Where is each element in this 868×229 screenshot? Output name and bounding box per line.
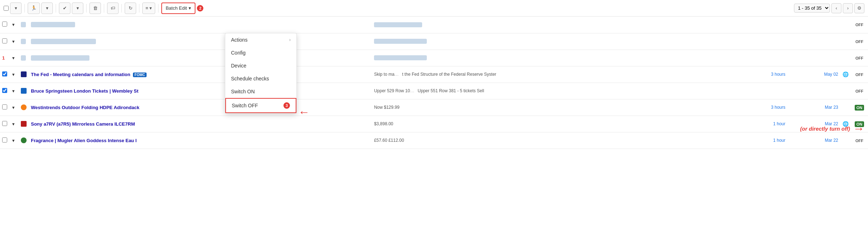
batch-edit-badge: 2 (197, 5, 203, 11)
table-row: ▾ Sony a7RV (a7R5) Mirrorless Camera ILC… (0, 116, 868, 132)
blurred-desc (374, 39, 427, 44)
settings-btn[interactable]: ⚙ (854, 3, 864, 13)
row-title-link[interactable]: Fragrance | Mugler Alien Goddess Intense… (31, 138, 137, 143)
row-title-link[interactable]: The Fed - Meeting calendars and informat… (31, 72, 130, 77)
arrow-cell[interactable]: ▾ (10, 33, 19, 50)
favicon-cell (19, 116, 29, 132)
status-label: OFF (855, 56, 863, 60)
title-cell[interactable]: Fragrance | Mugler Alien Goddess Intense… (29, 132, 372, 149)
checkbox-cell[interactable] (0, 33, 10, 50)
title-cell[interactable]: The Fed - Meeting calendars and informat… (29, 66, 372, 83)
menu-btn[interactable]: ≡ ▾ (142, 3, 155, 14)
row-title-link[interactable]: Sony a7RV (a7R5) Mirrorless Camera ILCE7… (31, 121, 135, 127)
arrow-cell[interactable]: ▾ (10, 116, 19, 132)
status-cell[interactable]: ON (851, 99, 868, 116)
title-cell[interactable]: Westintrends Outdoor Folding HDPE Adiron… (29, 99, 372, 116)
date-cell: Mar 23 (788, 99, 840, 116)
favicon-image (21, 104, 27, 110)
checkbox-cell[interactable]: 1 (0, 50, 10, 66)
dropdown-item-schedule-checks[interactable]: Schedule checks (225, 72, 296, 85)
checkbox-cell[interactable] (0, 116, 10, 132)
dropdown-arrow-icon: ▾ (189, 5, 191, 11)
refresh-btn[interactable]: ↻ (125, 3, 136, 14)
status-label: ON (855, 105, 864, 111)
status-cell[interactable]: ON (851, 116, 868, 132)
arrow-cell[interactable]: ▾ (10, 66, 19, 83)
checkbox-cell[interactable] (0, 99, 10, 116)
fomc-badge: FOMC (133, 73, 146, 77)
separator-3 (86, 4, 87, 13)
check-btn[interactable]: ✔ (59, 3, 70, 14)
dropdown-item-switch-on[interactable]: Switch ON (225, 85, 296, 98)
favicon-cell (19, 83, 29, 99)
status-cell[interactable]: OFF (851, 83, 868, 99)
expand-icon: ▾ (12, 138, 15, 143)
icon-cell (840, 83, 851, 99)
row-checkbox[interactable] (2, 88, 7, 93)
arrow-cell[interactable]: ▾ (10, 132, 19, 149)
next-page-btn[interactable]: › (843, 3, 853, 13)
status-cell[interactable]: OFF (851, 17, 868, 33)
blurred-desc (374, 22, 422, 27)
dropdown-item-config[interactable]: Config (225, 46, 296, 59)
checkbox-cell[interactable] (0, 132, 10, 149)
chevron-right-icon: › (289, 37, 291, 42)
checkbox-cell[interactable] (0, 17, 10, 33)
row-title-link[interactable]: Bruce Springsteen London Tickets | Wembl… (31, 88, 138, 94)
time-value: 3 hours (771, 72, 785, 77)
desc-cell: Now $129.99 (372, 99, 734, 116)
row-title-link[interactable]: Westintrends Outdoor Folding HDPE Adiron… (31, 105, 139, 110)
delete-btn[interactable]: 🗑 (89, 3, 101, 14)
desc-cell (372, 50, 734, 66)
check-dropdown-btn[interactable]: ▾ (72, 3, 83, 14)
title-cell[interactable]: Bruce Springsteen London Tickets | Wembl… (29, 83, 372, 99)
expand-icon: ▾ (12, 121, 15, 127)
row-checkbox[interactable] (2, 121, 7, 126)
icon-cell (840, 99, 851, 116)
dropdown-item-actions[interactable]: Actions › (225, 33, 296, 46)
arrow-cell[interactable]: ▾ (10, 50, 19, 66)
row-checkbox[interactable] (2, 71, 7, 76)
switch-off-label: Switch OFF (232, 103, 258, 108)
desc-text: $3,898.00 (374, 121, 393, 126)
date-value: May 02 (824, 72, 838, 77)
row-checkbox[interactable] (2, 38, 7, 43)
favicon-cell (19, 99, 29, 116)
separator-2 (56, 4, 56, 13)
desc-text: Now $129.99 (374, 105, 400, 110)
row-checkbox[interactable] (2, 22, 7, 27)
arrow-cell[interactable]: ▾ (10, 83, 19, 99)
config-label: Config (231, 50, 245, 56)
page-select[interactable]: 1 - 35 of 35 (794, 4, 830, 13)
desc-extra: t the Fed Structure of the Federal Reser… (402, 72, 496, 77)
prev-page-btn[interactable]: ‹ (831, 3, 841, 13)
status-cell[interactable]: OFF (851, 33, 868, 50)
checkbox-cell[interactable] (0, 66, 10, 83)
dropdown-item-switch-off[interactable]: Switch OFF 3 (225, 98, 296, 113)
dropdown-item-device[interactable]: Device (225, 59, 296, 72)
desc-cell: $3,898.00 (372, 116, 734, 132)
device-label: Device (231, 63, 246, 69)
desc-cell: Upper 529 Row 10… Upper 551 Row 381 - 5 … (372, 83, 734, 99)
separator-1 (24, 4, 25, 13)
tag-btn[interactable]: 🏷 (107, 3, 119, 14)
run-btn[interactable]: 🏃 (28, 3, 40, 14)
arrow-cell[interactable]: ▾ (10, 17, 19, 33)
status-cell[interactable]: OFF (851, 132, 868, 149)
row-checkbox[interactable] (2, 104, 7, 109)
table-row: ▾ OFF (0, 33, 868, 50)
checkbox-cell[interactable] (0, 83, 10, 99)
status-cell[interactable]: OFF (851, 50, 868, 66)
favicon-cell (19, 50, 29, 66)
status-cell[interactable]: OFF (851, 66, 868, 83)
batch-edit-button[interactable]: Batch Edit ▾ (161, 3, 195, 14)
favicon-image (21, 71, 27, 77)
title-cell[interactable]: Sony a7RV (a7R5) Mirrorless Camera ILCE7… (29, 116, 372, 132)
time-cell: 3 hours (734, 99, 788, 116)
row-checkbox[interactable] (2, 137, 7, 142)
arrow-cell[interactable]: ▾ (10, 99, 19, 116)
run-dropdown-btn[interactable]: ▾ (41, 3, 53, 14)
expand-icon: ▾ (12, 55, 15, 61)
select-dropdown-btn[interactable]: ▾ (10, 3, 22, 14)
select-all-checkbox[interactable] (4, 6, 9, 11)
